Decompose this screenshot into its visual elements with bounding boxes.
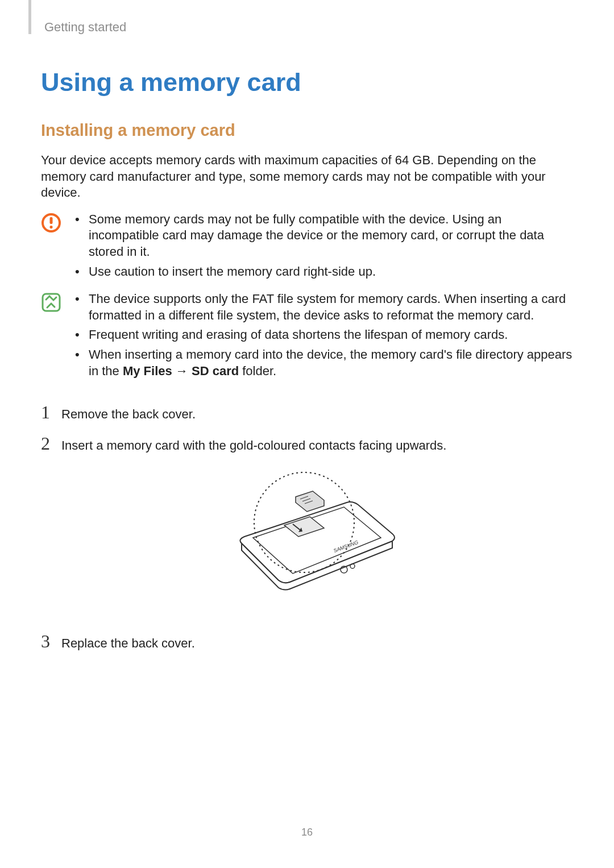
page-title: Using a memory card — [41, 68, 573, 97]
memory-card-illustration: SAMSUNG — [41, 468, 573, 613]
note-block: • The device supports only the FAT file … — [41, 291, 573, 383]
note-item: • When inserting a memory card into the … — [75, 347, 573, 379]
intro-paragraph: Your device accepts memory cards with ma… — [41, 152, 573, 201]
note-item: • Frequent writing and erasing of data s… — [75, 327, 573, 343]
note-text: The device supports only the FAT file sy… — [89, 291, 573, 323]
caution-item: • Use caution to insert the memory card … — [75, 264, 573, 280]
note-text: When inserting a memory card into the de… — [89, 347, 573, 379]
caution-item: • Some memory cards may not be fully com… — [75, 211, 573, 260]
caution-text: Use caution to insert the memory card ri… — [89, 264, 573, 280]
caution-block: • Some memory cards may not be fully com… — [41, 211, 573, 283]
svg-rect-1 — [50, 217, 53, 224]
step-number: 2 — [41, 434, 61, 452]
note-text-part: folder. — [239, 364, 276, 378]
page-number: 16 — [0, 827, 614, 838]
note-bold: My Files — [123, 364, 172, 378]
step-number: 3 — [41, 632, 61, 650]
header-mark — [28, 0, 31, 34]
step-text: Remove the back cover. — [61, 404, 573, 423]
step-1: 1 Remove the back cover. — [41, 403, 573, 423]
svg-rect-2 — [50, 226, 53, 229]
step-text: Insert a memory card with the gold-colou… — [61, 435, 573, 454]
section-title: Installing a memory card — [41, 121, 573, 140]
note-arrow: → — [172, 364, 192, 378]
step-3: 3 Replace the back cover. — [41, 632, 573, 652]
svg-point-9 — [350, 564, 355, 568]
note-text: Frequent writing and erasing of data sho… — [89, 327, 573, 343]
note-item: • The device supports only the FAT file … — [75, 291, 573, 323]
step-text: Replace the back cover. — [61, 633, 573, 652]
step-number: 1 — [41, 403, 61, 421]
note-bold: SD card — [192, 364, 239, 378]
step-2: 2 Insert a memory card with the gold-col… — [41, 434, 573, 454]
caution-text: Some memory cards may not be fully compa… — [89, 211, 573, 260]
note-icon — [41, 291, 75, 315]
caution-icon — [41, 211, 75, 235]
breadcrumb: Getting started — [44, 20, 573, 35]
